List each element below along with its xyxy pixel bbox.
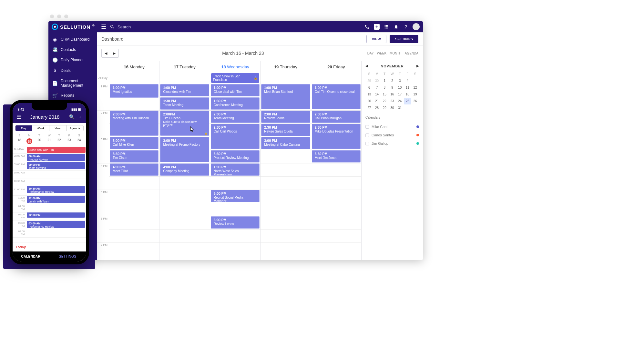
phone-event[interactable]: 12:00 PMLunch with Team	[27, 196, 85, 203]
phone-date[interactable]: 22	[54, 138, 64, 145]
mini-day[interactable]	[411, 104, 419, 111]
checkbox-icon[interactable]	[365, 125, 369, 129]
mini-day[interactable]: 9	[388, 84, 396, 91]
calendar-event[interactable]: 1:30 PMConference Meeting	[211, 97, 260, 110]
mini-day[interactable]: 24	[396, 98, 404, 104]
allday-fri[interactable]	[311, 72, 361, 84]
calendar-event[interactable]: 2:00 PMCall Brian Mulligan	[312, 111, 361, 123]
phone-add-icon[interactable]: ＋	[78, 114, 82, 120]
settings-button[interactable]: SETTINGS	[390, 35, 418, 43]
sidebar-item-4[interactable]: 📄Document Management	[48, 76, 97, 90]
phone-today-link[interactable]: Today	[13, 242, 86, 251]
day-header-wednesday[interactable]: 18 Wednesday	[210, 61, 261, 72]
view-month[interactable]: MONTH	[390, 52, 402, 55]
mini-day[interactable]: 26	[411, 98, 419, 104]
help-icon[interactable]: ?	[403, 24, 409, 30]
day-header-tuesday[interactable]: 17 Tuesday	[159, 61, 210, 72]
mini-day[interactable]: 25	[404, 98, 412, 104]
calendar-event[interactable]: 1:00 PMMeet Brian Stanford	[261, 84, 310, 109]
phone-date[interactable]: 19	[24, 138, 34, 145]
calendar-event[interactable]: 3:30 PMProduct Review Meeting	[211, 150, 260, 162]
phone-date[interactable]: 18	[15, 138, 25, 145]
menu-toggle-icon[interactable]: ☰	[100, 23, 107, 30]
phone-date[interactable]: 23	[64, 138, 74, 145]
mini-day[interactable]: 29	[381, 104, 388, 111]
phone-search-icon[interactable]: 🔍	[69, 114, 75, 120]
calendar-event[interactable]: 3:30 PMTim Olsen	[110, 150, 158, 162]
mini-day[interactable]: 8	[381, 84, 388, 91]
mini-day[interactable]: 14	[373, 91, 381, 98]
calendar-event[interactable]: 1:00 PMMeet Ignatius	[110, 84, 158, 98]
calendar-event[interactable]: 3:30 PMMeet Jim Jones	[312, 150, 361, 162]
mini-day[interactable]: 22	[381, 98, 388, 104]
add-icon[interactable]: ＋	[374, 24, 380, 30]
sidebar-item-2[interactable]: 🕘Daily Planner	[48, 55, 97, 65]
phone-segment-week[interactable]: Week	[32, 125, 49, 131]
mini-day[interactable]: 3	[396, 77, 404, 84]
phone-date[interactable]: 24	[74, 138, 84, 145]
next-button[interactable]: ▶	[110, 49, 118, 57]
phone-date[interactable]: 20	[34, 138, 44, 145]
day-col-wed[interactable]: 1:00 PMClose deal with Tim1:30 PMConfere…	[210, 84, 261, 260]
mini-day[interactable]: 23	[388, 98, 396, 104]
sidebar-item-3[interactable]: ＄Deals	[48, 65, 97, 76]
calendar-event[interactable]: 2:00 PMReview Leads	[261, 111, 310, 123]
phone-event[interactable]: 10:30 AMPerformance Review	[27, 186, 85, 193]
phone-icon[interactable]	[364, 24, 370, 30]
mini-day[interactable]: 12	[411, 84, 419, 91]
calendar-event[interactable]: 2:30 PMCall Carl Woods	[211, 124, 260, 149]
allday-mon[interactable]	[109, 72, 159, 84]
mini-day[interactable]: 10	[396, 84, 404, 91]
day-col-fri[interactable]: 1:00 PMCall Tim Olsen to close deal2:00 …	[311, 84, 361, 260]
checkbox-icon[interactable]	[365, 142, 369, 145]
day-col-mon[interactable]: 1:00 PMMeet Ignatius2:00 PMMeeting with …	[109, 84, 159, 260]
calendar-event[interactable]: 2:30 PMRevise Sales Quota	[261, 124, 310, 136]
calendar-event[interactable]: 6:00 PMReview Leads	[211, 216, 260, 229]
mini-day[interactable]: 18	[404, 91, 412, 98]
mini-day[interactable]	[411, 77, 419, 84]
mini-day[interactable]: 6	[365, 84, 373, 91]
bell-icon[interactable]	[393, 24, 399, 30]
phone-tab-settings[interactable]: SETTINGS	[49, 251, 86, 261]
calendar-event[interactable]: 2:00 PMMeeting with Tim Duncan	[110, 111, 158, 136]
mini-day[interactable]: 20	[365, 98, 373, 104]
mini-next-button[interactable]: ▶	[416, 64, 419, 68]
mini-day[interactable]: 19	[411, 91, 419, 98]
calendar-event[interactable]: 5:00 PMRecruit Social Media Manager	[211, 190, 260, 202]
apps-grid-icon[interactable]	[383, 24, 389, 30]
view-button[interactable]: VIEW	[366, 35, 386, 43]
calendar-event[interactable]: 2:00PMTim DuncanMake sure to discuss new…	[160, 111, 209, 136]
allday-tue[interactable]	[159, 72, 210, 84]
calendar-event[interactable]: 3:00 PMMeeting at Cabo Cantina	[261, 137, 310, 149]
mini-day[interactable]: 13	[365, 91, 373, 98]
mini-day[interactable]: 30	[373, 77, 381, 84]
sidebar-item-0[interactable]: ◉CRM Dashboard	[48, 34, 97, 44]
day-col-tue[interactable]: 1:00 PMClose deal with Tim1:30 PMTeam Me…	[159, 84, 210, 260]
view-week[interactable]: WEEK	[377, 52, 386, 55]
calendar-event[interactable]: 3:00 PMMeeting at Promo Factory	[160, 137, 209, 162]
allday-event[interactable]: Trade Show in San Francisco 🔒	[211, 73, 259, 83]
allday-wed[interactable]: Trade Show in San Francisco 🔒	[210, 72, 261, 84]
mini-prev-button[interactable]: ◀	[365, 64, 368, 68]
mini-day[interactable]	[404, 104, 412, 111]
allday-thu[interactable]	[261, 72, 311, 84]
mini-day[interactable]: 17	[396, 91, 404, 98]
mini-day[interactable]: 2	[388, 77, 396, 84]
mini-day[interactable]: 4	[404, 77, 412, 84]
prev-button[interactable]: ◀	[102, 49, 110, 57]
calendar-event[interactable]: 1:00 PMCall Tim Olsen to close deal	[312, 84, 361, 109]
phone-event[interactable]: 09:00 PMTeam Meeting	[27, 162, 85, 169]
calendar-event[interactable]: 1:30 PMTeam Meeting	[160, 97, 209, 110]
phone-segment-year[interactable]: Year	[49, 125, 66, 131]
mini-day[interactable]: 30	[388, 104, 396, 111]
phone-event[interactable]: 03:00 AMPerformance Review	[27, 221, 85, 228]
mini-day[interactable]: 31	[396, 104, 404, 111]
phone-menu-icon[interactable]: ☰	[16, 114, 21, 120]
calendar-event[interactable]: 1:00 PMClose deal with Tim	[211, 84, 260, 96]
calendar-event[interactable]: 2:30 PMMike Douglas Presentation	[312, 124, 361, 149]
phone-event[interactable]: 02:00 PM	[27, 212, 85, 218]
mini-day[interactable]: 28	[373, 104, 381, 111]
calendar-event[interactable]: 4:00 PMMeet Elliot	[110, 163, 158, 176]
day-header-thursday[interactable]: 19 Thursday	[261, 61, 311, 72]
calendar-event[interactable]: 1:00 PMClose deal with Tim	[160, 84, 209, 96]
